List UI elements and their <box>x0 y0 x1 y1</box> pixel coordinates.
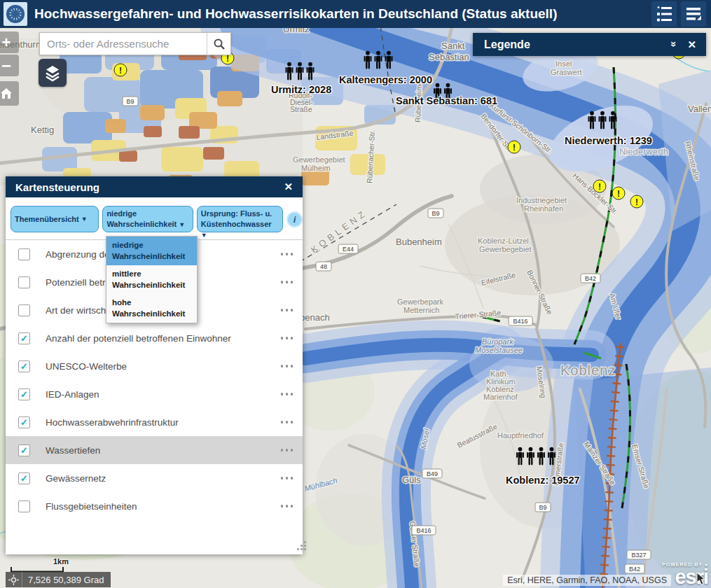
dropdown-item[interactable]: mittlere Wahrscheinlichkeit <box>106 265 197 294</box>
app-root: eißenthurmKettigUrmitzSanktSebastianVall… <box>0 0 711 588</box>
origin-dropdown-button[interactable]: Ursprung: Fluss- u. Küstenhochwasser ▼ <box>197 206 283 232</box>
basemap-layers-button[interactable] <box>39 59 67 87</box>
layer-menu-dots-icon[interactable] <box>281 306 294 314</box>
legend-list-icon[interactable] <box>651 1 677 27</box>
layer-label: Wassertiefen <box>46 445 100 456</box>
panel-close-icon[interactable]: ✕ <box>284 181 293 193</box>
layer-checkbox[interactable] <box>18 304 30 316</box>
layer-checkbox[interactable]: ✓ <box>18 332 30 344</box>
map-label: Büropark <box>482 337 513 346</box>
panel-header[interactable]: Kartensteuerung ✕ <box>6 176 303 197</box>
map-label: Kettig <box>31 125 54 135</box>
map-label: Mülheim <box>301 164 331 172</box>
layer-checkbox[interactable]: ✓ <box>18 360 30 372</box>
population-marker-icons <box>364 50 394 71</box>
layer-menu-dots-icon[interactable] <box>281 334 294 342</box>
map-label: Industriegebiet <box>516 196 567 204</box>
person-icon <box>374 50 383 71</box>
layer-checkbox[interactable] <box>18 500 30 512</box>
layer-menu-dots-icon[interactable] <box>281 390 294 398</box>
layer-menu-dots-icon[interactable] <box>281 362 294 370</box>
map-label: Rheinhafen <box>524 204 563 213</box>
legend-panel: Legende « ✕ <box>473 33 706 56</box>
layer-checkbox[interactable] <box>18 276 30 288</box>
map-label: Sebastian <box>429 52 469 62</box>
layer-menu-dots-icon[interactable] <box>281 446 294 454</box>
warning-marker[interactable]: ! <box>114 64 127 77</box>
resize-grip[interactable] <box>297 541 299 543</box>
chevron-down-icon: ▼ <box>179 221 185 228</box>
road-shield: B9 <box>432 210 439 217</box>
double-chevron-down-icon[interactable]: « <box>666 42 678 47</box>
dropdown-item[interactable]: hohe Wahrscheinlichkeit <box>106 294 197 323</box>
person-icon <box>598 111 607 131</box>
chevron-down-icon: ▼ <box>201 232 207 239</box>
layer-checkbox[interactable]: ✓ <box>18 444 30 456</box>
rosette-logo-icon <box>4 2 27 26</box>
person-icon <box>609 111 618 131</box>
search-box <box>39 32 231 55</box>
zoom-in-button[interactable]: + <box>0 31 19 53</box>
road-shield: B9 <box>539 504 546 511</box>
person-icon <box>296 62 305 82</box>
info-icon[interactable]: i <box>287 211 303 227</box>
road-shield: B49 <box>427 470 438 477</box>
layer-label: UNESCO-Welterbe <box>46 361 127 372</box>
warning-marker[interactable]: ! <box>612 187 626 200</box>
scale-label: 1km <box>53 557 69 566</box>
layer-menu-dots-icon[interactable] <box>281 418 294 426</box>
probability-dropdown-menu: niedrige Wahrscheinlichkeitmittlere Wahr… <box>106 236 198 323</box>
population-marker-label: Urmitz: 2028 <box>271 84 331 95</box>
search-button[interactable] <box>207 33 230 55</box>
population-marker-label: Niederwerth: 1239 <box>565 135 652 146</box>
population-marker-label: Sankt Sebastian: 681 <box>396 95 497 106</box>
person-icon <box>526 447 535 467</box>
dropdown-item[interactable]: niedrige Wahrscheinlichkeit <box>106 237 197 265</box>
filter-button-row: Themenübersicht ▼ niedrige Wahrscheinlic… <box>6 197 303 239</box>
layer-checkbox[interactable]: ✓ <box>18 416 30 428</box>
road-shield: 48 <box>320 263 327 270</box>
header-actions <box>651 1 706 27</box>
map-label: Bubenheim <box>396 237 442 247</box>
layer-menu-dots-icon[interactable] <box>281 502 294 510</box>
layer-row: ✓UNESCO-Welterbe <box>6 352 303 380</box>
layer-menu-dots-icon[interactable] <box>281 474 294 482</box>
map-label: Graswert <box>551 68 582 76</box>
legend-close-icon[interactable]: ✕ <box>687 38 696 51</box>
coordinates-value: 7,526 50,389 Grad <box>28 575 104 585</box>
road-shield: E44 <box>343 246 354 253</box>
layer-row: ✓Gewässernetz <box>6 464 303 492</box>
road-shield: B416 <box>513 318 527 325</box>
warning-marker[interactable]: ! <box>508 141 521 154</box>
map-label: Güls <box>402 475 421 485</box>
person-icon <box>306 62 315 82</box>
map-label: Metternich <box>403 306 439 314</box>
layer-list-icon[interactable] <box>681 1 706 27</box>
topic-overview-dropdown-button[interactable]: Themenübersicht ▼ <box>11 206 99 232</box>
layer-label: IED-Anlagen <box>46 389 99 400</box>
person-icon <box>364 50 373 71</box>
layer-checkbox[interactable]: ✓ <box>18 472 30 484</box>
population-marker-label: Kaltenengers: 2000 <box>339 74 432 85</box>
warning-marker[interactable]: ! <box>630 195 644 209</box>
crosshair-icon[interactable] <box>6 572 22 587</box>
person-icon <box>385 50 394 71</box>
layer-menu-dots-icon[interactable] <box>281 278 294 286</box>
map-control-panel: Kartensteuerung ✕ Themenübersicht ▼ nied… <box>6 176 303 554</box>
person-icon <box>285 62 294 82</box>
zoom-out-button[interactable]: − <box>0 55 19 76</box>
road-shield: B416 <box>416 527 431 534</box>
road-shield: B42 <box>585 275 596 282</box>
layer-checkbox[interactable]: ✓ <box>18 388 30 400</box>
page-title: Hochwassergefahren- und Hochwasserrisiko… <box>34 6 557 22</box>
legend-title: Legende <box>484 38 530 51</box>
map-attribution: Esri, HERE, Garmin, FAO, NOAA, USGS <box>503 575 671 586</box>
layer-checkbox[interactable] <box>18 248 30 260</box>
map-label: Gewerbegebiet <box>479 245 532 253</box>
search-input[interactable] <box>40 33 207 55</box>
layer-menu-dots-icon[interactable] <box>281 250 294 258</box>
probability-dropdown-button[interactable]: niedrige Wahrscheinlichkeit ▼ <box>102 206 193 232</box>
home-button[interactable] <box>0 81 19 106</box>
layer-label: Anzahl der potenziell betroffenen Einwoh… <box>46 333 231 344</box>
warning-marker[interactable]: ! <box>593 180 607 193</box>
